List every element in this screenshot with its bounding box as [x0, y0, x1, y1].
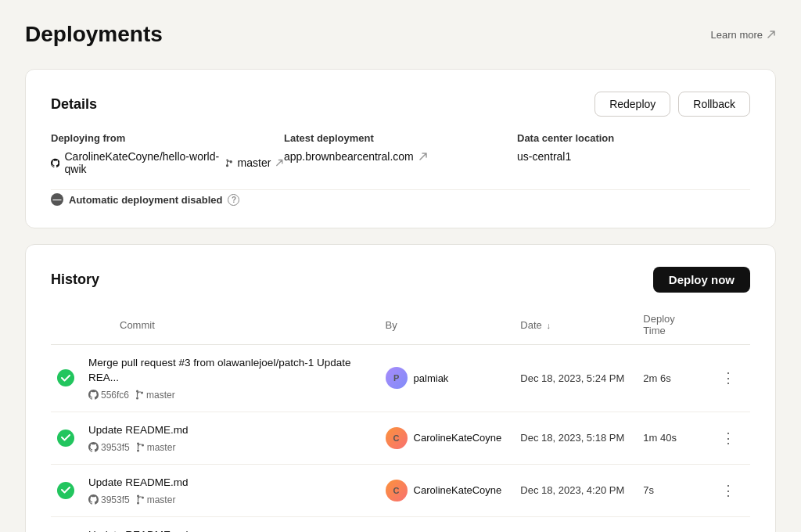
- commit-message: Update README.md: [88, 528, 367, 532]
- repo-link[interactable]: CarolineKateCoyne/hello-world-qwik: [64, 150, 220, 175]
- details-card: Details Redeploy Rollback Deploying from…: [25, 69, 776, 228]
- commit-branch: master: [136, 494, 176, 505]
- svg-point-2: [226, 164, 228, 166]
- by-name: CarolineKateCoyne: [414, 432, 502, 444]
- commit-branch: master: [135, 390, 175, 401]
- commit-message: Update README.md: [88, 423, 367, 438]
- auto-deploy-row: — Automatic deployment disabled ?: [51, 189, 750, 206]
- date-cell: Dec 18, 2023, 5:24 PM: [511, 345, 634, 412]
- repo-external-icon: [275, 158, 284, 167]
- svg-point-13: [142, 497, 144, 499]
- rollback-button[interactable]: Rollback: [678, 92, 750, 117]
- by-cell: C CarolineKateCoyne: [376, 412, 512, 464]
- status-badge: [57, 369, 74, 386]
- repo-branch: master: [238, 156, 271, 169]
- status-cell: [51, 464, 79, 516]
- commit-message: Update README.md: [88, 476, 367, 491]
- data-center-text: us-central1: [517, 150, 571, 163]
- deploy-now-button[interactable]: Deploy now: [653, 267, 750, 293]
- svg-point-10: [137, 450, 139, 452]
- deployment-url: app.brownbearcentral.com: [284, 150, 414, 163]
- history-title: History: [51, 271, 99, 288]
- date-cell: Dec 18, 2023, 5:18 PM: [511, 412, 634, 464]
- status-cell: [51, 412, 79, 464]
- branch-meta-icon: [136, 494, 145, 505]
- avatar: C: [386, 480, 408, 501]
- details-title: Details: [51, 96, 97, 113]
- history-table: Commit By Date ↓ Deploy Time: [51, 307, 750, 532]
- github-meta-icon: [88, 494, 99, 505]
- commit-message: Merge pull request #3 from olawanlejoel/…: [88, 356, 367, 386]
- col-actions-header: [707, 307, 750, 345]
- deployment-url-link[interactable]: app.brownbearcentral.com: [284, 150, 414, 163]
- commit-meta: 556fc6 master: [88, 390, 367, 401]
- commit-hash: 3953f5: [88, 494, 130, 505]
- latest-deployment-value: app.brownbearcentral.com: [284, 150, 517, 163]
- history-card: History Deploy now Commit By Date ↓: [25, 244, 776, 532]
- deploying-from-label: Deploying from: [51, 132, 284, 144]
- details-grid: Deploying from CarolineKateCoyne/hello-w…: [51, 132, 750, 175]
- github-meta-icon: [88, 390, 99, 400]
- commit-meta: 3953f5 master: [88, 442, 367, 453]
- redeploy-button[interactable]: Redeploy: [594, 92, 670, 117]
- by-cell: P palmiak: [376, 345, 512, 412]
- more-button[interactable]: ⋮: [717, 479, 741, 502]
- commit-hash: 556fc6: [88, 390, 129, 401]
- help-icon[interactable]: ?: [228, 194, 239, 206]
- svg-point-14: [137, 502, 139, 505]
- page-title: Deployments: [25, 22, 163, 47]
- table-header-row: Commit By Date ↓ Deploy Time: [51, 307, 750, 345]
- commit-cell: Update README.md 3953f5: [79, 412, 376, 464]
- deployment-external-icon: [418, 152, 428, 161]
- more-actions-cell: ⋮: [707, 345, 750, 412]
- commit-cell: Update README.md 3953f5: [79, 516, 376, 532]
- data-center-label: Data center location: [517, 132, 750, 144]
- deploying-from-value: CarolineKateCoyne/hello-world-qwik maste…: [51, 150, 284, 175]
- svg-point-6: [136, 397, 138, 400]
- latest-deployment-col: Latest deployment app.brownbearcentral.c…: [284, 132, 517, 175]
- status-cell: [51, 345, 79, 412]
- col-deploytime-header: Deploy Time: [634, 307, 707, 345]
- table-row: Update README.md 3953f5: [51, 412, 750, 464]
- col-status-header: [51, 307, 79, 345]
- date-sort-arrow: ↓: [546, 321, 551, 330]
- repo-name: CarolineKateCoyne/hello-world-qwik: [64, 150, 220, 175]
- deploy-time-cell: 2m 6s: [634, 345, 707, 412]
- more-actions-cell: ⋮: [707, 412, 750, 464]
- deploy-time-cell: 1m 40s: [634, 412, 707, 464]
- github-icon: [51, 158, 59, 168]
- data-center-value: us-central1: [517, 150, 750, 163]
- col-by-header: By: [376, 307, 512, 345]
- by-cell: C CarolineKateCoyne: [376, 464, 512, 516]
- page-header: Deployments Learn more: [25, 22, 776, 47]
- col-date-header[interactable]: Date ↓: [511, 307, 634, 345]
- avatar: C: [386, 427, 408, 449]
- svg-point-5: [141, 392, 143, 394]
- learn-more-link[interactable]: Learn more: [711, 29, 776, 41]
- status-cell: [51, 516, 79, 532]
- by-name: palmiak: [414, 372, 449, 384]
- more-actions-cell: ⋮: [707, 516, 750, 532]
- svg-point-9: [142, 444, 144, 447]
- deploying-from-col: Deploying from CarolineKateCoyne/hello-w…: [51, 132, 284, 175]
- commit-cell: Merge pull request #3 from olawanlejoel/…: [79, 345, 376, 412]
- table-row: Update README.md 3953f5: [51, 464, 750, 516]
- deploy-time-cell: 7s: [634, 464, 707, 516]
- by-cell: C CarolineKateCoyne: [376, 516, 512, 532]
- svg-point-1: [230, 160, 232, 161]
- details-card-header: Details Redeploy Rollback: [51, 92, 750, 117]
- more-actions-cell: ⋮: [707, 464, 750, 516]
- date-cell: Dec 18, 2023, 4:20 PM: [511, 464, 634, 516]
- by-name: CarolineKateCoyne: [414, 484, 502, 496]
- svg-point-0: [226, 159, 228, 160]
- github-meta-icon: [88, 442, 99, 452]
- table-row: Update README.md 3953f5: [51, 516, 750, 532]
- status-badge: [57, 482, 74, 499]
- data-center-col: Data center location us-central1: [517, 132, 750, 175]
- deploy-time-cell: 2m 7s: [634, 516, 707, 532]
- details-actions: Redeploy Rollback: [594, 92, 750, 117]
- more-button[interactable]: ⋮: [717, 366, 741, 390]
- avatar: P: [386, 367, 408, 389]
- more-button[interactable]: ⋮: [717, 426, 741, 450]
- col-commit-header: Commit: [79, 307, 376, 345]
